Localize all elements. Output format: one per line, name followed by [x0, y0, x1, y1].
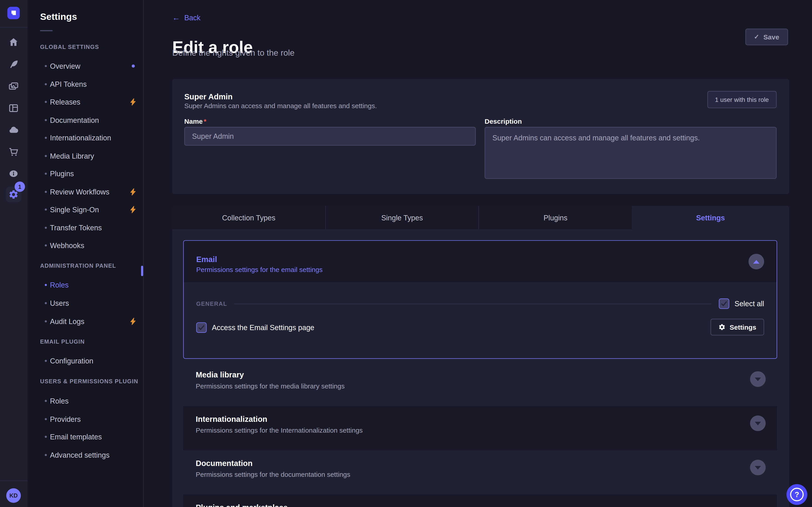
sidebar-item-releases[interactable]: Releases [28, 93, 143, 111]
expand-button[interactable] [750, 371, 766, 387]
bullet [45, 191, 47, 193]
tab-single-types[interactable]: Single Types [325, 206, 478, 229]
bullet [45, 209, 47, 211]
save-button[interactable]: ✓ Save [745, 29, 788, 45]
sidebar-item-users[interactable]: Users [28, 294, 143, 312]
gear-icon [718, 323, 725, 331]
access-email-settings-label: Access the Email Settings page [212, 323, 314, 332]
marketplace-cart-icon[interactable] [8, 147, 19, 157]
email-permissions-box: Email Permissions settings for the email… [183, 240, 777, 359]
bullet [45, 418, 47, 420]
accordion-media-library[interactable]: Media library Permissions settings for t… [183, 362, 777, 406]
lightning-icon [130, 98, 137, 105]
lightning-icon [130, 206, 137, 213]
expand-button[interactable] [750, 415, 766, 431]
check-icon [721, 301, 727, 306]
rail-divider [0, 27, 28, 27]
notification-dot-icon [132, 64, 135, 68]
description-textarea[interactable]: Super Admins can access and manage all f… [485, 127, 776, 179]
lightning-icon [130, 188, 137, 195]
section-email-plugin: EMAIL PLUGIN [40, 338, 85, 345]
bullet [45, 436, 47, 438]
chevron-down-icon [755, 377, 761, 381]
select-all-checkbox[interactable] [719, 298, 729, 309]
bullet [45, 244, 47, 246]
tab-strip: Collection Types Single Types Plugins Se… [172, 206, 789, 229]
chevron-down-icon [755, 421, 761, 425]
role-name-heading: Super Admin [184, 92, 233, 101]
bullet [45, 83, 47, 85]
section-divider [234, 303, 712, 304]
sidebar-item-email-templates[interactable]: Email templates [28, 428, 143, 446]
sidebar-item-api-tokens[interactable]: API Tokens [28, 75, 143, 93]
email-settings-button[interactable]: Settings [710, 319, 764, 336]
collapse-button[interactable] [748, 254, 764, 269]
email-accordion-header[interactable]: Email Permissions settings for the email… [184, 241, 776, 282]
bullet [45, 360, 47, 362]
rail-divider-bottom [0, 481, 28, 481]
accordion-plugins-and-marketplace[interactable]: Plugins and marketplace [183, 495, 777, 507]
sidebar-item-plugins[interactable]: Plugins [28, 165, 143, 182]
sidebar-item-internationalization[interactable]: Internationalization [28, 129, 143, 147]
info-icon[interactable] [8, 169, 19, 179]
sidebar-item-roles-up[interactable]: Roles [28, 392, 143, 410]
help-button[interactable]: ? [786, 484, 807, 505]
email-accordion-subtitle: Permissions settings for the email setti… [196, 266, 322, 274]
section-users-permissions-plugin: USERS & PERMISSIONS PLUGIN [40, 378, 138, 384]
required-asterisk: * [204, 118, 206, 125]
sidebar-item-webhooks[interactable]: Webhooks [28, 237, 143, 254]
sidebar-item-media-library[interactable]: Media Library [28, 147, 143, 165]
chevron-up-icon [753, 260, 759, 264]
arrow-left-icon: ← [172, 13, 180, 22]
settings-notification-badge[interactable]: 1 [15, 181, 25, 192]
name-input[interactable] [184, 127, 476, 146]
check-icon: ✓ [754, 33, 759, 41]
expand-button[interactable] [750, 460, 766, 475]
accordion-internationalization[interactable]: Internationalization Permissions setting… [183, 406, 777, 450]
sidebar-item-configuration[interactable]: Configuration [28, 352, 143, 370]
permissions-panel: Collection Types Single Types Plugins Se… [172, 206, 789, 507]
access-email-settings-checkbox[interactable] [196, 323, 207, 333]
role-summary-card: Super Admin Super Admins can access and … [172, 79, 789, 194]
page-subtitle: Define the rights given to the role [172, 48, 295, 58]
subnav-title: Settings [40, 11, 77, 22]
sidebar-item-single-sign-on[interactable]: Single Sign-On [28, 201, 143, 218]
users-with-role-button[interactable]: 1 user with this role [707, 91, 776, 108]
sidebar-item-review-workflows[interactable]: Review Workflows [28, 183, 143, 201]
bullet [45, 155, 47, 157]
sidebar-item-advanced-settings[interactable]: Advanced settings [28, 446, 143, 464]
tab-settings[interactable]: Settings [632, 206, 789, 229]
user-avatar[interactable]: KD [6, 488, 21, 503]
bullet [45, 284, 47, 286]
content-manager-feather-icon[interactable] [8, 59, 19, 70]
lightning-icon [130, 318, 137, 325]
bullet [45, 101, 47, 103]
tab-plugins[interactable]: Plugins [478, 206, 632, 229]
name-field-label: Name* [184, 118, 206, 125]
content-type-builder-icon[interactable] [8, 103, 19, 113]
sidebar-item-roles-admin[interactable]: Roles [28, 276, 143, 294]
tab-collection-types[interactable]: Collection Types [172, 206, 325, 229]
role-description-text: Super Admins can access and manage all f… [184, 102, 377, 110]
sidebar-item-providers[interactable]: Providers [28, 410, 143, 428]
email-option-row: Access the Email Settings page [196, 320, 314, 335]
bullet [45, 400, 47, 402]
subnav-scrollbar-thumb[interactable] [141, 266, 143, 276]
cloud-icon[interactable] [8, 125, 19, 135]
section-administration-panel: ADMINISTRATION PANEL [40, 263, 116, 269]
strapi-logo[interactable] [7, 7, 19, 19]
sidebar-item-transfer-tokens[interactable]: Transfer Tokens [28, 219, 143, 237]
sidebar-item-audit-logs[interactable]: Audit Logs [28, 313, 143, 330]
home-icon[interactable] [8, 37, 19, 47]
accordion-documentation[interactable]: Documentation Permissions settings for t… [183, 450, 777, 494]
sidebar-item-documentation[interactable]: Documentation [28, 111, 143, 129]
question-mark-icon: ? [790, 488, 804, 501]
tab-group-inactive: Collection Types Single Types Plugins [172, 206, 632, 229]
check-icon [198, 325, 205, 330]
back-link[interactable]: ←Back [172, 13, 201, 22]
bullet [45, 65, 47, 67]
sidebar-item-overview[interactable]: Overview [28, 57, 143, 75]
bullet [45, 454, 47, 456]
media-library-icon[interactable] [8, 81, 19, 92]
chevron-down-icon [755, 466, 761, 469]
